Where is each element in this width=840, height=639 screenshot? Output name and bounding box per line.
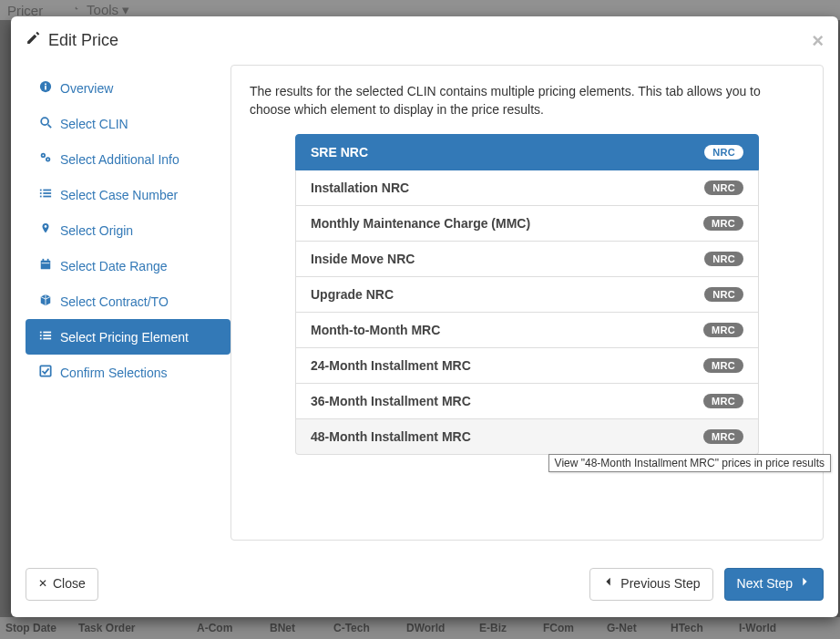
wizard-step-select-contract-to[interactable]: Select Contract/TO <box>26 283 230 319</box>
chevron-right-icon <box>798 575 811 593</box>
calendar-icon <box>38 258 53 273</box>
svg-point-15 <box>45 225 47 228</box>
pricing-element-badge: NRC <box>704 287 743 302</box>
pricing-element-badge: MRC <box>703 358 743 373</box>
svg-rect-19 <box>47 259 49 262</box>
svg-rect-21 <box>40 332 42 334</box>
pricing-element-badge: MRC <box>703 216 743 231</box>
svg-rect-11 <box>40 196 42 198</box>
pricing-element-panel: The results for the selected CLIN contai… <box>230 65 824 541</box>
svg-rect-24 <box>43 332 51 334</box>
panel-intro-text: The results for the selected CLIN contai… <box>250 82 804 119</box>
pricing-element-label: Month-to-Month MRC <box>311 323 440 337</box>
edit-icon <box>26 29 41 52</box>
svg-line-4 <box>48 125 52 129</box>
pricing-element-item[interactable]: 24-Month Installment MRCMRC <box>295 348 759 384</box>
wizard-step-label: Select Contract/TO <box>60 294 169 309</box>
wizard-step-label: Select Date Range <box>60 259 168 273</box>
close-icon[interactable]: × <box>812 31 824 51</box>
wizard-step-label: Confirm Selections <box>60 366 168 380</box>
pricing-element-label: 48-Month Installment MRC <box>311 429 471 444</box>
svg-rect-27 <box>40 366 50 376</box>
svg-rect-23 <box>40 338 42 340</box>
wizard-step-select-origin[interactable]: Select Origin <box>26 212 230 248</box>
wizard-step-confirm-selections[interactable]: Confirm Selections <box>26 355 230 390</box>
svg-rect-26 <box>43 338 51 340</box>
pricing-element-badge: MRC <box>703 394 743 408</box>
svg-rect-22 <box>40 335 42 336</box>
pricing-element-label: 24-Month Installment MRC <box>311 358 471 373</box>
pricing-element-label: Upgrade NRC <box>311 287 394 302</box>
pricing-element-item[interactable]: Inside Move NRCNRC <box>295 242 759 277</box>
pricing-element-item[interactable]: Upgrade NRCNRC <box>295 277 759 313</box>
svg-rect-12 <box>43 190 51 191</box>
svg-rect-9 <box>40 190 42 191</box>
previous-step-button[interactable]: Previous Step <box>589 568 712 601</box>
pricing-element-badge: NRC <box>704 145 743 160</box>
wizard-sidebar: OverviewSelect CLINSelect Additional Inf… <box>26 65 230 541</box>
close-x-icon: ✕ <box>38 576 47 592</box>
pricing-element-badge: MRC <box>703 323 743 337</box>
wizard-step-select-clin[interactable]: Select CLIN <box>26 106 230 141</box>
pricing-element-item[interactable]: 48-Month Installment MRCMRCView "48-Mont… <box>295 419 759 455</box>
wizard-step-overview[interactable]: Overview <box>26 70 230 106</box>
svg-point-3 <box>41 118 48 125</box>
pricing-element-item[interactable]: Month-to-Month MRCMRC <box>295 313 759 348</box>
chevron-left-icon <box>602 575 615 593</box>
modal-title: Edit Price <box>26 29 118 52</box>
wizard-step-label: Select CLIN <box>60 117 128 131</box>
cube-icon <box>38 294 53 309</box>
modal-header: Edit Price × <box>11 16 838 65</box>
svg-rect-10 <box>40 192 42 194</box>
wizard-step-label: Overview <box>60 81 113 96</box>
cogs-icon <box>38 151 53 167</box>
pricing-element-badge: NRC <box>704 252 743 266</box>
pricing-element-label: Monthly Maintenance Charge (MMC) <box>311 216 530 231</box>
svg-rect-13 <box>43 192 51 194</box>
wizard-step-label: Select Case Number <box>60 188 178 202</box>
pin-icon <box>38 222 53 238</box>
tooltip: View "48-Month Installment MRC" prices i… <box>548 454 831 472</box>
svg-point-8 <box>47 159 49 160</box>
wizard-step-label: Select Origin <box>60 223 133 238</box>
svg-point-7 <box>43 155 45 157</box>
info-icon <box>38 80 53 96</box>
check-icon <box>38 365 53 380</box>
pricing-element-list: SRE NRCNRCInstallation NRCNRCMonthly Mai… <box>295 134 759 455</box>
pricing-element-item[interactable]: 36-Month Installment MRCMRC <box>295 384 759 419</box>
next-step-button[interactable]: Next Step <box>724 568 824 601</box>
pricing-element-label: Inside Move NRC <box>311 252 415 266</box>
wizard-step-select-additional-info[interactable]: Select Additional Info <box>26 141 230 177</box>
svg-rect-18 <box>43 259 45 262</box>
svg-rect-20 <box>42 263 50 263</box>
pricing-element-label: 36-Month Installment MRC <box>311 394 471 408</box>
pricing-element-label: SRE NRC <box>311 145 368 160</box>
list-icon <box>38 187 53 202</box>
pricing-element-badge: NRC <box>704 180 743 195</box>
wizard-step-select-pricing-element[interactable]: Select Pricing Element <box>26 319 230 355</box>
wizard-step-label: Select Additional Info <box>60 152 179 167</box>
close-button[interactable]: ✕ Close <box>26 568 98 601</box>
wizard-step-select-date-range[interactable]: Select Date Range <box>26 248 230 283</box>
modal-footer: ✕ Close Previous Step Next Step <box>11 555 838 617</box>
pricing-element-label: Installation NRC <box>311 180 409 195</box>
pricing-element-item[interactable]: SRE NRCNRC <box>295 134 759 170</box>
wizard-step-label: Select Pricing Element <box>60 330 189 345</box>
pricing-element-item[interactable]: Monthly Maintenance Charge (MMC)MRC <box>295 206 759 242</box>
svg-rect-14 <box>43 196 51 198</box>
list-icon <box>38 329 53 345</box>
wizard-step-select-case-number[interactable]: Select Case Number <box>26 177 230 212</box>
search-icon <box>38 116 53 131</box>
svg-rect-25 <box>43 335 51 336</box>
pricing-element-item[interactable]: Installation NRCNRC <box>295 170 759 206</box>
edit-price-modal: Edit Price × OverviewSelect CLINSelect A… <box>11 16 838 617</box>
svg-rect-1 <box>45 86 46 89</box>
pricing-element-badge: MRC <box>703 429 743 444</box>
svg-rect-2 <box>45 84 46 86</box>
